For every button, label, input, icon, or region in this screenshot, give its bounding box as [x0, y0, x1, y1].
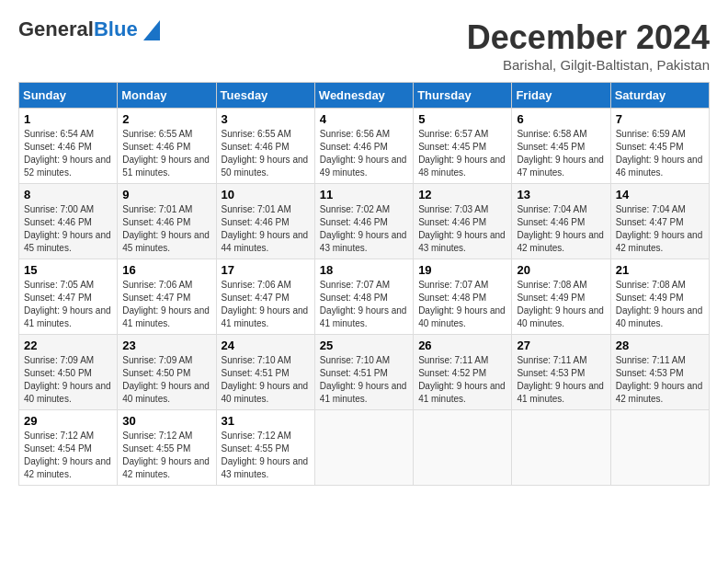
day-number: 1: [24, 112, 112, 126]
logo-blue: Blue: [94, 17, 138, 40]
daylight-text: Daylight: 9 hours and 43 minutes.: [222, 455, 310, 481]
day-number: 5: [418, 112, 506, 126]
day-number: 19: [418, 263, 506, 277]
day-number: 16: [122, 263, 210, 277]
day-number: 30: [122, 414, 210, 428]
day-info: Sunrise: 7:03 AM Sunset: 4:46 PM Dayligh…: [418, 203, 506, 255]
calendar-day-cell: 2 Sunrise: 6:55 AM Sunset: 4:46 PM Dayli…: [118, 109, 216, 184]
daylight-text: Daylight: 9 hours and 51 minutes.: [122, 154, 210, 179]
daylight-text: Daylight: 9 hours and 50 minutes.: [222, 154, 310, 179]
calendar-week-row: 8 Sunrise: 7:00 AM Sunset: 4:46 PM Dayli…: [19, 184, 710, 259]
sunrise-text: Sunrise: 6:59 AM: [616, 128, 704, 141]
day-info: Sunrise: 6:55 AM Sunset: 4:46 PM Dayligh…: [122, 128, 210, 179]
calendar-day-cell: 7 Sunrise: 6:59 AM Sunset: 4:45 PM Dayli…: [610, 109, 709, 184]
day-number: 3: [222, 112, 310, 126]
day-info: Sunrise: 6:55 AM Sunset: 4:46 PM Dayligh…: [222, 128, 310, 179]
sunrise-text: Sunrise: 7:03 AM: [418, 203, 506, 216]
day-info: Sunrise: 7:07 AM Sunset: 4:48 PM Dayligh…: [320, 279, 408, 330]
calendar-day-cell: [414, 410, 512, 486]
sunset-text: Sunset: 4:47 PM: [616, 216, 704, 229]
day-number: 27: [517, 339, 605, 352]
day-info: Sunrise: 7:05 AM Sunset: 4:47 PM Dayligh…: [24, 279, 112, 330]
day-info: Sunrise: 7:11 AM Sunset: 4:53 PM Dayligh…: [616, 354, 704, 406]
sunset-text: Sunset: 4:54 PM: [24, 442, 112, 455]
day-info: Sunrise: 7:04 AM Sunset: 4:47 PM Dayligh…: [616, 203, 704, 255]
day-info: Sunrise: 7:11 AM Sunset: 4:53 PM Dayligh…: [517, 354, 605, 406]
calendar-day-cell: 16 Sunrise: 7:06 AM Sunset: 4:47 PM Dayl…: [118, 259, 216, 335]
day-info: Sunrise: 6:59 AM Sunset: 4:45 PM Dayligh…: [616, 128, 704, 179]
sunrise-text: Sunrise: 6:54 AM: [24, 128, 112, 141]
sunset-text: Sunset: 4:46 PM: [517, 216, 605, 229]
calendar-week-row: 15 Sunrise: 7:05 AM Sunset: 4:47 PM Dayl…: [19, 259, 710, 335]
calendar-day-cell: 12 Sunrise: 7:03 AM Sunset: 4:46 PM Dayl…: [414, 184, 512, 259]
calendar-day-cell: 23 Sunrise: 7:09 AM Sunset: 4:50 PM Dayl…: [118, 335, 216, 410]
day-info: Sunrise: 7:10 AM Sunset: 4:51 PM Dayligh…: [320, 354, 408, 406]
day-number: 15: [24, 263, 112, 277]
weekday-header: Friday: [512, 83, 610, 109]
logo: GeneralBlue: [18, 18, 160, 40]
calendar-day-cell: 27 Sunrise: 7:11 AM Sunset: 4:53 PM Dayl…: [512, 335, 610, 410]
weekday-header: Saturday: [610, 83, 709, 109]
daylight-text: Daylight: 9 hours and 52 minutes.: [24, 154, 112, 179]
daylight-text: Daylight: 9 hours and 40 minutes.: [616, 304, 704, 330]
day-number: 4: [320, 112, 408, 126]
day-number: 12: [418, 188, 506, 201]
calendar-day-cell: 28 Sunrise: 7:11 AM Sunset: 4:53 PM Dayl…: [610, 335, 709, 410]
logo-text: GeneralBlue: [18, 18, 138, 40]
day-info: Sunrise: 7:06 AM Sunset: 4:47 PM Dayligh…: [122, 279, 210, 330]
day-number: 26: [418, 339, 506, 352]
calendar-day-cell: 9 Sunrise: 7:01 AM Sunset: 4:46 PM Dayli…: [118, 184, 216, 259]
calendar-day-cell: 30 Sunrise: 7:12 AM Sunset: 4:55 PM Dayl…: [118, 410, 216, 486]
calendar-day-cell: 20 Sunrise: 7:08 AM Sunset: 4:49 PM Dayl…: [512, 259, 610, 335]
sunset-text: Sunset: 4:45 PM: [418, 141, 506, 154]
sunset-text: Sunset: 4:46 PM: [24, 141, 112, 154]
day-info: Sunrise: 7:06 AM Sunset: 4:47 PM Dayligh…: [222, 279, 310, 330]
sunset-text: Sunset: 4:45 PM: [517, 141, 605, 154]
daylight-text: Daylight: 9 hours and 41 minutes.: [24, 304, 112, 330]
calendar-week-row: 29 Sunrise: 7:12 AM Sunset: 4:54 PM Dayl…: [19, 410, 710, 486]
day-info: Sunrise: 7:02 AM Sunset: 4:46 PM Dayligh…: [320, 203, 408, 255]
day-number: 31: [222, 414, 310, 428]
sunset-text: Sunset: 4:50 PM: [122, 367, 210, 380]
daylight-text: Daylight: 9 hours and 43 minutes.: [418, 229, 506, 255]
daylight-text: Daylight: 9 hours and 42 minutes.: [24, 455, 112, 481]
sunset-text: Sunset: 4:46 PM: [320, 141, 408, 154]
title-area: December 2024 Barishal, Gilgit-Baltistan…: [467, 18, 710, 73]
day-number: 8: [24, 188, 112, 201]
sunrise-text: Sunrise: 7:10 AM: [222, 354, 310, 367]
calendar-day-cell: 22 Sunrise: 7:09 AM Sunset: 4:50 PM Dayl…: [19, 335, 118, 410]
sunset-text: Sunset: 4:46 PM: [122, 141, 210, 154]
day-info: Sunrise: 7:01 AM Sunset: 4:46 PM Dayligh…: [122, 203, 210, 255]
day-number: 21: [616, 263, 704, 277]
daylight-text: Daylight: 9 hours and 41 minutes.: [222, 304, 310, 330]
sunset-text: Sunset: 4:47 PM: [24, 292, 112, 304]
calendar-day-cell: 10 Sunrise: 7:01 AM Sunset: 4:46 PM Dayl…: [216, 184, 314, 259]
daylight-text: Daylight: 9 hours and 45 minutes.: [24, 229, 112, 255]
weekday-header: Monday: [118, 83, 216, 109]
sunrise-text: Sunrise: 7:10 AM: [320, 354, 408, 367]
calendar-week-row: 22 Sunrise: 7:09 AM Sunset: 4:50 PM Dayl…: [19, 335, 710, 410]
day-number: 13: [517, 188, 605, 201]
day-number: 7: [616, 112, 704, 126]
sunrise-text: Sunrise: 7:05 AM: [24, 279, 112, 292]
day-info: Sunrise: 7:12 AM Sunset: 4:54 PM Dayligh…: [24, 430, 112, 481]
daylight-text: Daylight: 9 hours and 42 minutes.: [616, 229, 704, 255]
sunrise-text: Sunrise: 7:11 AM: [616, 354, 704, 367]
daylight-text: Daylight: 9 hours and 42 minutes.: [122, 455, 210, 481]
calendar-day-cell: 15 Sunrise: 7:05 AM Sunset: 4:47 PM Dayl…: [19, 259, 118, 335]
sunrise-text: Sunrise: 7:01 AM: [122, 203, 210, 216]
sunrise-text: Sunrise: 7:07 AM: [418, 279, 506, 292]
calendar-day-cell: 1 Sunrise: 6:54 AM Sunset: 4:46 PM Dayli…: [19, 109, 118, 184]
sunrise-text: Sunrise: 7:04 AM: [616, 203, 704, 216]
day-info: Sunrise: 7:08 AM Sunset: 4:49 PM Dayligh…: [616, 279, 704, 330]
sunset-text: Sunset: 4:47 PM: [122, 292, 210, 304]
sunrise-text: Sunrise: 7:08 AM: [517, 279, 605, 292]
sunset-text: Sunset: 4:48 PM: [418, 292, 506, 304]
day-number: 14: [616, 188, 704, 201]
calendar-table: SundayMondayTuesdayWednesdayThursdayFrid…: [18, 82, 710, 486]
sunrise-text: Sunrise: 7:04 AM: [517, 203, 605, 216]
calendar-header-row: SundayMondayTuesdayWednesdayThursdayFrid…: [19, 83, 710, 109]
sunrise-text: Sunrise: 7:09 AM: [24, 354, 112, 367]
sunrise-text: Sunrise: 6:55 AM: [222, 128, 310, 141]
daylight-text: Daylight: 9 hours and 42 minutes.: [616, 380, 704, 406]
